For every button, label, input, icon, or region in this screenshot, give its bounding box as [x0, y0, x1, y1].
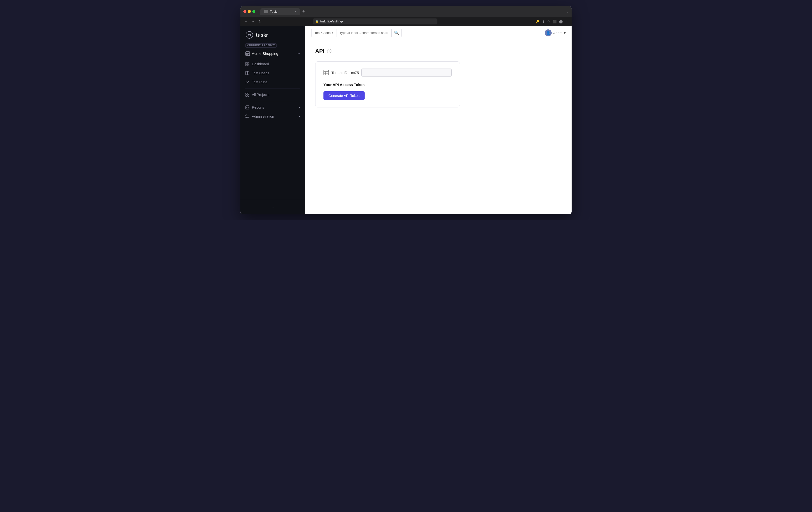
generate-api-token-button[interactable]: Generate API Token: [323, 91, 365, 100]
svg-rect-8: [245, 71, 248, 73]
back-nav-button[interactable]: ←: [243, 20, 249, 24]
test-cases-label: Test Cases: [252, 71, 269, 75]
tenant-id-row: Tenant ID: cc75: [323, 68, 452, 77]
active-tab[interactable]: Tuskr ×: [260, 8, 300, 15]
profile-icon[interactable]: ⬤: [559, 20, 563, 24]
svg-rect-12: [245, 93, 247, 94]
user-name: Adam: [553, 31, 562, 35]
reports-icon: [245, 106, 250, 110]
reports-label: Reports: [252, 106, 264, 110]
search-icon: 🔍: [394, 30, 399, 35]
nav-buttons: ← → ↻: [243, 20, 262, 24]
bookmark-icon[interactable]: ☆: [547, 20, 550, 24]
sidebar-item-reports[interactable]: Reports ▾: [242, 103, 303, 112]
test-runs-label: Test Runs: [252, 80, 267, 84]
svg-rect-9: [248, 71, 249, 73]
info-icon[interactable]: i: [327, 49, 331, 53]
svg-rect-13: [248, 93, 249, 94]
page-title-row: API i: [315, 48, 561, 54]
topbar-context-selector[interactable]: Test Cases ▾: [312, 29, 337, 37]
tab-title: Tuskr: [270, 10, 278, 13]
address-bar: ← → ↻ 🔒 tuskr.live/auth/api 🔑 ⬆ ☆ ⬛ ⬤ ⋮: [240, 17, 572, 26]
current-project-label-badge: CURRENT PROJECT: [240, 43, 305, 50]
svg-rect-15: [248, 94, 249, 96]
nav-separator-1: [245, 88, 300, 89]
browser-window: Tuskr × + ⌄ ← → ↻ 🔒 tuskr.live/auth/api …: [240, 6, 572, 214]
svg-rect-22: [245, 117, 249, 118]
tab-close-icon[interactable]: ×: [295, 10, 296, 13]
topbar-user-menu[interactable]: 👤 Adam ▾: [545, 29, 566, 36]
sidebar-item-test-runs[interactable]: Test Runs: [242, 78, 303, 86]
address-field[interactable]: 🔒 tuskr.live/auth/api: [313, 19, 437, 24]
sidebar-bottom: ←: [240, 200, 305, 214]
back-arrow-icon: ←: [271, 205, 275, 209]
svg-rect-21: [245, 115, 249, 116]
topbar-search-button[interactable]: 🔍: [391, 29, 402, 37]
user-avatar: 👤: [545, 29, 552, 36]
project-name[interactable]: Acme Shopping: [245, 51, 278, 56]
svg-rect-6: [245, 64, 247, 66]
menu-icon[interactable]: ⋮: [566, 20, 569, 24]
forward-nav-button[interactable]: →: [251, 20, 255, 24]
sidebar: tuskr CURRENT PROJECT Acme Shopping ⋯: [240, 26, 305, 214]
upload-icon[interactable]: ⬆: [542, 20, 545, 24]
svg-rect-14: [245, 95, 247, 96]
main-content: Test Cases ▾ 🔍 👤 Adam ▾: [305, 26, 572, 214]
extensions-icon[interactable]: ⬛: [553, 20, 557, 24]
project-more-button[interactable]: ⋯: [296, 51, 300, 56]
address-text: tuskr.live/auth/api: [320, 20, 343, 23]
all-projects-label: All Projects: [252, 93, 269, 97]
sidebar-item-test-cases[interactable]: Test Cases: [242, 69, 303, 77]
tenant-id-partial: cc75: [351, 70, 359, 75]
topbar: Test Cases ▾ 🔍 👤 Adam ▾: [305, 26, 572, 40]
user-avatar-icon: 👤: [546, 31, 550, 35]
project-row: Acme Shopping ⋯: [240, 50, 305, 60]
tenant-id-field[interactable]: [361, 68, 452, 77]
project-name-text: Acme Shopping: [252, 51, 278, 56]
dashboard-icon: [245, 62, 250, 66]
tenant-table-icon: [323, 70, 329, 75]
sidebar-item-administration[interactable]: Administration ▾: [242, 112, 303, 121]
tuskr-logo-icon: [245, 31, 253, 39]
tenant-id-label: Tenant ID:: [331, 70, 348, 75]
context-dropdown-arrow: ▾: [332, 31, 333, 34]
administration-expand-arrow: ▾: [299, 115, 300, 118]
topbar-search-input[interactable]: [337, 31, 391, 35]
administration-label: Administration: [252, 114, 274, 118]
test-runs-icon: [245, 80, 250, 84]
user-dropdown-arrow: ▾: [564, 31, 566, 35]
app-container: tuskr CURRENT PROJECT Acme Shopping ⋯: [240, 26, 572, 214]
new-tab-button[interactable]: +: [302, 9, 305, 14]
sidebar-logo: tuskr: [240, 26, 305, 43]
page-body: API i: [305, 40, 572, 214]
svg-rect-5: [248, 62, 249, 64]
lock-icon: 🔒: [315, 20, 319, 23]
svg-rect-7: [248, 64, 249, 66]
topbar-search-group: Test Cases ▾ 🔍: [311, 29, 402, 37]
svg-point-2: [250, 34, 251, 35]
reload-nav-button[interactable]: ↻: [257, 20, 262, 24]
api-token-label: Your API Access Token: [323, 83, 452, 87]
app-name: tuskr: [256, 32, 268, 38]
tab-favicon: [264, 10, 268, 13]
minimize-button[interactable]: [248, 10, 251, 13]
dashboard-label: Dashboard: [252, 62, 269, 66]
sidebar-item-dashboard[interactable]: Dashboard: [242, 60, 303, 68]
svg-rect-4: [245, 62, 247, 64]
sidebar-item-all-projects[interactable]: All Projects: [242, 90, 303, 99]
close-button[interactable]: [243, 10, 246, 13]
browser-titlebar: Tuskr × + ⌄: [240, 6, 572, 17]
sidebar-nav: Dashboard Test Cases: [240, 60, 305, 200]
maximize-button[interactable]: [252, 10, 255, 13]
api-card: Tenant ID: cc75 Your API Access Token Ge…: [315, 61, 460, 108]
sidebar-back-button[interactable]: ←: [242, 203, 303, 211]
topbar-context-label: Test Cases: [315, 31, 330, 35]
svg-rect-10: [245, 73, 248, 75]
project-icon: [245, 51, 250, 56]
browser-toolbar-right: 🔑 ⬆ ☆ ⬛ ⬤ ⋮: [535, 20, 569, 24]
tab-dropdown-icon[interactable]: ⌄: [567, 10, 569, 13]
svg-rect-11: [248, 73, 249, 75]
key-icon[interactable]: 🔑: [535, 20, 540, 24]
reports-expand-arrow: ▾: [299, 106, 300, 109]
svg-text:i: i: [329, 50, 329, 53]
